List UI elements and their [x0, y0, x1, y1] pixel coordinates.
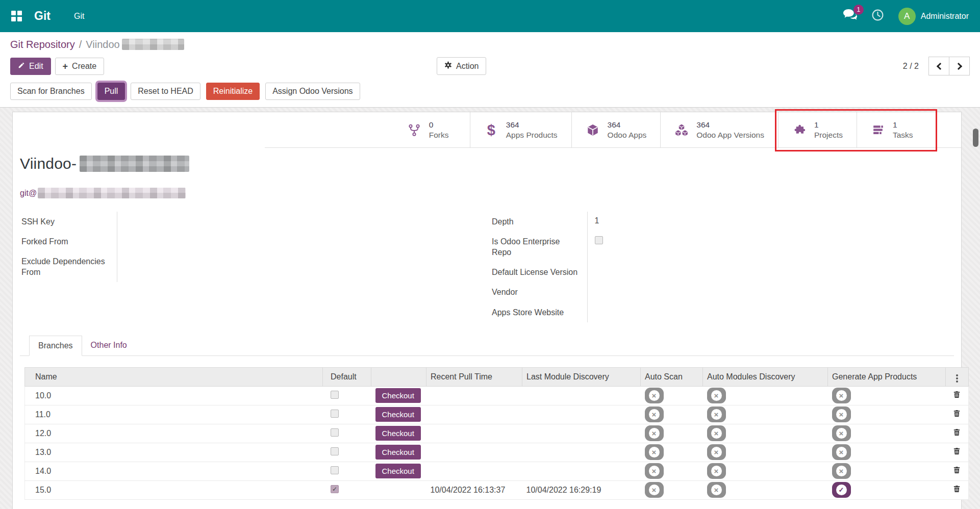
column-header-name[interactable]: Name: [25, 367, 323, 386]
column-header-default[interactable]: Default: [323, 367, 371, 386]
checkout-button[interactable]: Checkout: [375, 445, 421, 460]
checkbox-is-odoo-enterprise-repo[interactable]: [595, 236, 603, 244]
checkout-cell: [371, 480, 426, 499]
recent-pull-time: [426, 405, 522, 424]
apps-grid-icon[interactable]: [11, 11, 22, 21]
checkout-button[interactable]: Checkout: [375, 464, 421, 478]
stat-button-odoo-app-versions[interactable]: 364Odoo App Versions: [660, 112, 778, 147]
field-label-apps-store-website: Apps Store Website: [490, 302, 587, 322]
column-header-generate-app-products[interactable]: Generate App Products: [828, 367, 946, 386]
stat-button-tasks[interactable]: 1Tasks: [857, 112, 933, 147]
branch-name: 14.0: [25, 462, 323, 480]
branch-row-15-0[interactable]: 15.010/04/2022 16:13:3710/04/2022 16:29:…: [25, 480, 969, 499]
branch-name: 13.0: [25, 443, 323, 462]
auto-modules-discovery-toggle-off[interactable]: ×: [707, 463, 726, 479]
status-button-pull[interactable]: Pull: [97, 83, 125, 100]
branch-row-14-0[interactable]: 14.0Checkout×××: [25, 462, 969, 480]
trash-icon[interactable]: [952, 485, 961, 493]
auto-modules-discovery-toggle-off[interactable]: ×: [707, 388, 726, 403]
stat-button-odoo-apps[interactable]: 364Odoo Apps: [571, 112, 661, 147]
pager-next-button[interactable]: [949, 57, 970, 75]
auto-scan-toggle-off[interactable]: ×: [645, 482, 664, 498]
status-button-scan-for-branches[interactable]: Scan for Branches: [10, 83, 92, 100]
edit-button[interactable]: Edit: [10, 58, 51, 75]
last-module-discovery: [522, 386, 641, 405]
generate-app-products-toggle-on[interactable]: ✓: [832, 482, 851, 498]
column-header-auto-modules-discovery[interactable]: Auto Modules Discovery: [703, 367, 828, 386]
generate-app-products-toggle-off[interactable]: ×: [832, 388, 851, 403]
auto-modules-discovery-toggle-off[interactable]: ×: [707, 406, 726, 422]
tab-branches[interactable]: Branches: [29, 336, 82, 356]
column-header-recent-pull-time[interactable]: Recent Pull Time: [426, 367, 522, 386]
default-checkbox-checked[interactable]: [331, 485, 339, 493]
default-checkbox[interactable]: [331, 447, 339, 455]
action-button[interactable]: Action: [437, 57, 486, 75]
auto-scan-toggle-off[interactable]: ×: [645, 388, 664, 403]
recent-pull-time: [426, 386, 522, 405]
pencil-icon: [18, 62, 25, 71]
optional-columns-icon[interactable]: [956, 377, 958, 379]
branch-row-10-0[interactable]: 10.0Checkout×××: [25, 386, 969, 405]
vertical-scrollbar-thumb[interactable]: [973, 129, 978, 147]
auto-modules-discovery-toggle-cell: ×: [703, 386, 828, 405]
branch-row-13-0[interactable]: 13.0Checkout×××: [25, 443, 969, 462]
branch-row-12-0[interactable]: 12.0Checkout×××: [25, 424, 969, 443]
auto-scan-toggle-off[interactable]: ×: [645, 463, 664, 479]
column-header-last-module-discovery[interactable]: Last Module Discovery: [522, 367, 641, 386]
git-url-link[interactable]: git@: [20, 188, 186, 198]
field-label-vendor: Vendor: [490, 282, 587, 302]
recent-pull-time: 10/04/2022 16:13:37: [426, 480, 522, 499]
table-header-row: NameDefaultRecent Pull TimeLast Module D…: [25, 367, 969, 386]
sheet-body: Viindoo- git@ SSH KeyForked FromExclude …: [13, 155, 961, 500]
auto-scan-toggle-off[interactable]: ×: [645, 444, 664, 460]
field-row-default-license-version: Default License Version: [490, 262, 776, 282]
x-icon: ×: [711, 390, 722, 401]
user-menu[interactable]: A Administrator: [898, 8, 969, 25]
auto-scan-toggle-off[interactable]: ×: [645, 425, 664, 441]
column-header-blank[interactable]: [371, 367, 426, 386]
checkout-button[interactable]: Checkout: [375, 388, 421, 403]
default-cell: [323, 480, 371, 499]
app-name[interactable]: Git: [34, 9, 51, 23]
trash-icon[interactable]: [952, 447, 961, 455]
default-checkbox[interactable]: [331, 410, 339, 418]
tab-other-info[interactable]: Other Info: [82, 336, 136, 356]
auto-scan-toggle-off[interactable]: ×: [645, 406, 664, 422]
x-icon: ×: [649, 390, 660, 401]
stat-value-forks: 0: [429, 120, 449, 130]
stat-button-forks[interactable]: 0Forks: [393, 112, 470, 147]
checkout-button[interactable]: Checkout: [375, 407, 421, 422]
branches-table: NameDefaultRecent Pull TimeLast Module D…: [24, 367, 969, 500]
generate-app-products-toggle-cell: ×: [828, 443, 946, 462]
generate-app-products-toggle-off[interactable]: ×: [832, 463, 851, 479]
generate-app-products-toggle-off[interactable]: ×: [832, 406, 851, 422]
stat-button-apps-products[interactable]: $364Apps Products: [470, 112, 571, 147]
auto-modules-discovery-toggle-off[interactable]: ×: [707, 444, 726, 460]
breadcrumb-parent-link[interactable]: Git Repository: [10, 39, 75, 50]
branch-row-11-0[interactable]: 11.0Checkout×××: [25, 405, 969, 424]
column-header-auto-scan[interactable]: Auto Scan: [641, 367, 703, 386]
auto-modules-discovery-toggle-off[interactable]: ×: [707, 482, 726, 498]
pager-previous-button[interactable]: [928, 57, 949, 75]
trash-icon[interactable]: [952, 409, 961, 418]
generate-app-products-toggle-off[interactable]: ×: [832, 444, 851, 460]
menu-item-git[interactable]: Git: [74, 12, 84, 21]
auto-modules-discovery-toggle-off[interactable]: ×: [707, 425, 726, 441]
status-button-reset-to-head[interactable]: Reset to HEAD: [131, 83, 200, 100]
record-title: Viindoo-: [20, 155, 954, 172]
trash-icon[interactable]: [952, 428, 961, 437]
trash-icon[interactable]: [952, 466, 961, 474]
status-button-reinitialize[interactable]: Reinitialize: [206, 83, 260, 100]
default-checkbox[interactable]: [331, 428, 339, 437]
status-button-assign-odoo-versions[interactable]: Assign Odoo Versions: [265, 83, 360, 100]
trash-icon[interactable]: [952, 390, 961, 399]
pager-arrows: [929, 57, 970, 75]
default-checkbox[interactable]: [331, 391, 339, 399]
create-button[interactable]: + Create: [55, 58, 105, 75]
stat-button-projects[interactable]: 1Projects: [778, 112, 857, 147]
messages-button[interactable]: 1: [843, 9, 857, 23]
default-checkbox[interactable]: [331, 466, 339, 474]
generate-app-products-toggle-off[interactable]: ×: [832, 425, 851, 441]
activities-button[interactable]: [871, 9, 884, 23]
checkout-button[interactable]: Checkout: [375, 426, 421, 441]
